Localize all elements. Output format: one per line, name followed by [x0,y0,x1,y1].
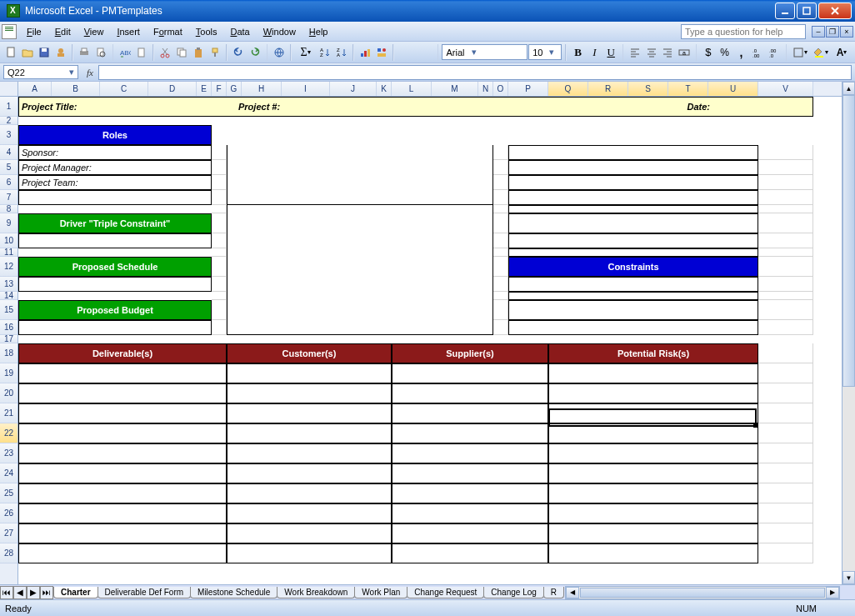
column-header-B[interactable]: B [52,82,100,96]
bold-button[interactable]: B [570,43,586,62]
column-header-K[interactable]: K [377,82,392,96]
minimize-button[interactable] [775,3,795,19]
row-header-2[interactable]: 2 [0,117,18,125]
copy-button[interactable] [174,43,190,62]
row-header-3[interactable]: 3 [0,125,18,145]
row-header-20[interactable]: 20 [0,383,18,403]
currency-button[interactable]: $ [700,43,716,62]
comma-button[interactable]: , [733,43,749,62]
sort-desc-button[interactable]: ZA [333,43,349,62]
row-header-11[interactable]: 11 [0,248,18,257]
row-header-1[interactable]: 1 [0,97,18,117]
align-center-button[interactable] [643,43,659,62]
header-row[interactable]: Project Title:Project #:Date: [18,97,813,117]
column-header-D[interactable]: D [148,82,197,96]
column-header-Q[interactable]: Q [548,82,588,96]
tab-nav-next[interactable]: ▶ [27,586,40,599]
row-header-7[interactable]: 7 [0,190,18,205]
row-header-27[interactable]: 27 [0,523,18,543]
fx-icon[interactable]: fx [82,68,98,78]
column-headers[interactable]: ABCDEFGHIJKLMNOPQRSTUV [18,82,842,97]
help-search-input[interactable] [681,24,806,39]
select-all-button[interactable] [0,82,18,97]
print-button[interactable] [77,43,92,62]
column-header-N[interactable]: N [478,82,493,96]
scroll-left-button[interactable]: ◀ [566,587,579,598]
undo-button[interactable] [231,43,247,62]
hscroll-thumb[interactable] [580,588,825,598]
research-button[interactable] [133,43,149,62]
column-header-M[interactable]: M [432,82,478,96]
column-header-L[interactable]: L [392,82,432,96]
row-header-14[interactable]: 14 [0,292,18,300]
font-size-combo[interactable]: 10▾ [528,44,562,60]
mdi-restore-button[interactable]: ❐ [826,26,839,38]
sheet-tab-change-log[interactable]: Change Log [483,587,544,598]
menu-data[interactable]: Data [223,24,256,39]
font-name-combo[interactable]: Arial▾ [442,44,528,60]
row-header-10[interactable]: 10 [0,233,18,248]
row-header-9[interactable]: 9 [0,213,18,233]
row-header-28[interactable]: 28 [0,543,18,563]
menu-file[interactable]: File [20,24,48,39]
cut-button[interactable] [158,43,173,62]
mdi-close-button[interactable]: × [840,26,853,38]
row-header-6[interactable]: 6 [0,175,18,190]
increase-decimal-button[interactable]: .0.00 [750,43,766,62]
sort-asc-button[interactable]: AZ [317,43,332,62]
borders-button[interactable]: ▾ [790,43,810,62]
tab-nav-prev[interactable]: ◀ [13,586,27,599]
name-box[interactable]: Q22▾ [3,65,78,79]
redo-button[interactable] [248,43,263,62]
scroll-up-button[interactable]: ▲ [842,82,855,95]
row-header-22[interactable]: 22 [0,423,18,443]
column-header-R[interactable]: R [588,82,628,96]
menu-window[interactable]: Window [257,24,302,39]
tab-nav-first[interactable]: ⏮ [0,586,13,599]
column-header-P[interactable]: P [508,82,548,96]
column-header-C[interactable]: C [100,82,148,96]
column-header-J[interactable]: J [330,82,377,96]
font-color-button[interactable]: A▾ [832,43,852,62]
row-header-26[interactable]: 26 [0,503,18,523]
chart-wizard-button[interactable] [358,43,373,62]
sheet-tab-deliverable-def-form[interactable]: Deliverable Def Form [98,587,191,598]
row-header-19[interactable]: 19 [0,363,18,383]
print-preview-button[interactable] [93,43,109,62]
column-header-S[interactable]: S [628,82,668,96]
workbook-icon[interactable] [2,24,17,39]
vscroll-thumb[interactable] [842,95,855,387]
cells-area[interactable]: Project Title:Project #:Date:RolesBusine… [18,97,842,563]
menu-format[interactable]: Format [147,24,189,39]
row-header-15[interactable]: 15 [0,300,18,320]
row-header-21[interactable]: 21 [0,403,18,423]
sheet-tab-work-breakdown[interactable]: Work Breakdown [277,587,355,598]
row-header-16[interactable]: 16 [0,320,18,335]
column-header-A[interactable]: A [18,82,52,96]
column-header-G[interactable]: G [227,82,242,96]
scroll-down-button[interactable]: ▼ [842,571,855,584]
column-header-V[interactable]: V [758,82,813,96]
sheet-tab-work-plan[interactable]: Work Plan [354,587,408,598]
percent-button[interactable]: % [717,43,732,62]
underline-button[interactable]: U [603,43,619,62]
spelling-button[interactable]: ABC [117,43,132,62]
close-button[interactable] [818,3,852,19]
row-header-24[interactable]: 24 [0,463,18,483]
drawing-button[interactable] [374,43,390,62]
column-header-I[interactable]: I [282,82,330,96]
sheet-tab-change-request[interactable]: Change Request [407,587,484,598]
fill-color-button[interactable]: ▾ [811,43,831,62]
sheet-tab-charter[interactable]: Charter [53,587,98,598]
row-header-25[interactable]: 25 [0,483,18,503]
align-right-button[interactable] [660,43,676,62]
menu-help[interactable]: Help [302,24,335,39]
row-header-5[interactable]: 5 [0,160,18,175]
vertical-scrollbar[interactable]: ▲ ▼ [842,82,855,584]
save-button[interactable] [37,43,52,62]
open-button[interactable] [20,43,36,62]
column-header-O[interactable]: O [493,82,508,96]
decrease-decimal-button[interactable]: .00.0 [767,43,782,62]
align-left-button[interactable] [627,43,642,62]
scroll-right-button[interactable]: ▶ [826,587,839,598]
